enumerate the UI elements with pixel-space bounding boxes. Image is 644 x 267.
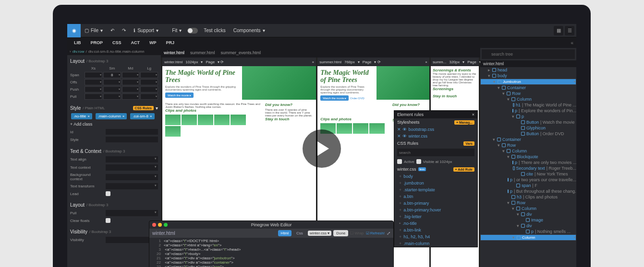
redo-button[interactable]: ↷: [118, 28, 130, 33]
text-align-select[interactable]: [106, 156, 158, 163]
components-menu[interactable]: Components ▾: [230, 28, 269, 33]
tree-node[interactable]: h3 | Clips and photos: [480, 194, 576, 200]
tree-node[interactable]: p | But throughout all these chang...: [480, 188, 576, 194]
expand-icon[interactable]: ⤢: [387, 231, 390, 236]
filetab-winter[interactable]: winter.html: [164, 50, 184, 55]
id-input[interactable]: [106, 129, 158, 135]
tree-node[interactable]: ▾Row: [480, 142, 576, 148]
tree-node[interactable]: Glyphicon: [480, 125, 576, 131]
code-css-select[interactable]: winter.css ▾: [308, 231, 331, 236]
class-main-column[interactable]: .main-column ×: [96, 113, 127, 119]
tree-node[interactable]: ▾Row: [480, 91, 576, 96]
tree-node[interactable]: p | There are only two movies ...: [480, 160, 576, 165]
css-rule[interactable]: .no-title: [394, 220, 477, 227]
tree-node[interactable]: ▾Jumbotron: [480, 79, 576, 85]
css-rule[interactable]: a.btn-link: [394, 227, 477, 233]
tree-node[interactable]: ▾Container: [480, 137, 576, 142]
tree-node[interactable]: p | or two years our crew travelle...: [480, 177, 576, 183]
text-context-header[interactable]: Text & Context / Bootstrap 3: [70, 147, 158, 155]
css-rule[interactable]: a.btn-primary: [394, 200, 477, 207]
span-xs[interactable]: [85, 72, 102, 78]
class-col-sm-8[interactable]: .col-sm-8 ×: [130, 113, 155, 119]
pull-select[interactable]: [106, 210, 158, 216]
add-class-button[interactable]: + Add class: [70, 120, 158, 128]
test-clicks-toggle[interactable]: [187, 28, 198, 34]
tab-css[interactable]: CSS: [109, 39, 125, 46]
span-sm[interactable]: 8: [103, 72, 121, 78]
tree-node[interactable]: ▾Column: [480, 148, 576, 154]
file-menu[interactable]: ▢ File ▾: [81, 28, 107, 33]
grid-view-icon[interactable]: ▦: [554, 26, 563, 35]
tree-node[interactable]: ▾Column: [480, 234, 576, 241]
css-rule[interactable]: a.btn: [394, 193, 477, 200]
css-rule[interactable]: .jumbotron: [394, 180, 477, 186]
layout2-header[interactable]: Layout / Bootstrap 3: [70, 201, 158, 209]
vars-button[interactable]: Vars: [463, 141, 474, 146]
filetab-summer[interactable]: summer.html: [190, 50, 215, 55]
tree-node[interactable]: Button | Order DVD: [480, 131, 576, 137]
list-view-icon[interactable]: ☰: [565, 26, 574, 35]
tab-prop[interactable]: PROP: [87, 39, 107, 46]
text-transform-select[interactable]: [106, 183, 158, 189]
tree-node[interactable]: h1 | The Magic World of Pine ...: [480, 102, 576, 108]
code-tab-css[interactable]: Css: [293, 230, 306, 236]
tree-node[interactable]: ▾body: [480, 73, 576, 79]
support-menu[interactable]: ℹ Support ▾: [130, 28, 162, 33]
css-rules-button[interactable]: CSS Rules: [133, 106, 154, 110]
css-rule[interactable]: .starter-template: [394, 186, 477, 193]
css-rule[interactable]: a.btn-primary:hover: [394, 207, 477, 213]
tree-node[interactable]: ▾div: [480, 223, 576, 229]
fit-menu[interactable]: Fit ▾: [168, 28, 185, 33]
css-search-input[interactable]: [397, 149, 474, 156]
filetab-summer-events[interactable]: summer_events.html: [221, 50, 261, 55]
tree-node[interactable]: p | Explore the wonders of Pin...: [480, 108, 576, 114]
css-rule[interactable]: h1, h2, h3, h4: [394, 233, 477, 240]
undo-button[interactable]: ↶: [107, 28, 118, 33]
tab-prj[interactable]: PRJ: [162, 39, 179, 46]
tree-node[interactable]: ▾Row: [480, 200, 576, 206]
app-logo-icon[interactable]: ◉: [67, 24, 81, 37]
tree-node[interactable]: cite | New York Times: [480, 171, 576, 177]
active-checkbox[interactable]: [397, 159, 402, 164]
stylesheet-winter[interactable]: ✕ 👁 winter.css: [394, 133, 477, 139]
span-md[interactable]: [122, 72, 140, 78]
code-tab-html[interactable]: Html: [278, 230, 292, 236]
style-section-header[interactable]: Style / Plain HTMLCSS Rules ▾: [70, 104, 158, 112]
manage-button[interactable]: + Manag...: [454, 120, 474, 125]
stylesheet-bootstrap[interactable]: ✕ 👁 bootstrap.css: [394, 126, 477, 133]
tab-act[interactable]: ACT: [127, 39, 144, 46]
done-button[interactable]: Done: [333, 230, 348, 236]
tab-lib[interactable]: LIB: [70, 39, 85, 46]
tree-file-header[interactable]: winter.html: [480, 60, 576, 67]
tree-node[interactable]: ▾Column: [480, 206, 576, 211]
layout-section-header[interactable]: Layout / Bootstrap 3: [70, 57, 158, 65]
close-preview-icon[interactable]: ×: [312, 60, 314, 64]
css-rule[interactable]: body: [394, 173, 477, 180]
add-rule-button[interactable]: + Add Rule: [453, 167, 475, 172]
play-video-button[interactable]: [303, 129, 341, 168]
tree-node[interactable]: Image: [480, 217, 576, 223]
tree-node[interactable]: ▾div: [480, 211, 576, 217]
bg-context-select[interactable]: [106, 174, 158, 180]
span-lg[interactable]: [140, 72, 158, 78]
tree-search-input[interactable]: [482, 49, 575, 59]
tree-node[interactable]: ▾Blockquote: [480, 154, 576, 160]
class-no-title[interactable]: .no-title ×: [71, 113, 92, 119]
visibility-header[interactable]: Visibility / Bootstrap 3: [70, 228, 158, 236]
breadcrumb[interactable]: › div.row / div.col-sm-8.no-title.main-c…: [67, 48, 161, 55]
visible-checkbox[interactable]: [416, 159, 421, 164]
css-rule[interactable]: .main-column: [394, 240, 477, 247]
tree-node[interactable]: Secondary text | Roger Treeb...: [480, 165, 576, 171]
tree-node[interactable]: ▸head: [480, 67, 576, 73]
tree-node[interactable]: p | Nothing smells ...: [480, 229, 576, 234]
clear-floats-checkbox[interactable]: [106, 218, 110, 223]
watch-movie-button[interactable]: Watch the movie ▸: [165, 93, 194, 98]
tree-node[interactable]: ▾p: [480, 114, 576, 119]
collapse-icon[interactable]: «: [571, 40, 573, 46]
css-rule[interactable]: .big-letter: [394, 213, 477, 220]
text-context-select[interactable]: [106, 164, 158, 171]
tab-wp[interactable]: WP: [146, 39, 160, 46]
tree-node[interactable]: ▾Container: [480, 85, 576, 91]
lead-checkbox[interactable]: [106, 191, 110, 196]
tree-node[interactable]: Button | Watch the movie: [480, 119, 576, 125]
